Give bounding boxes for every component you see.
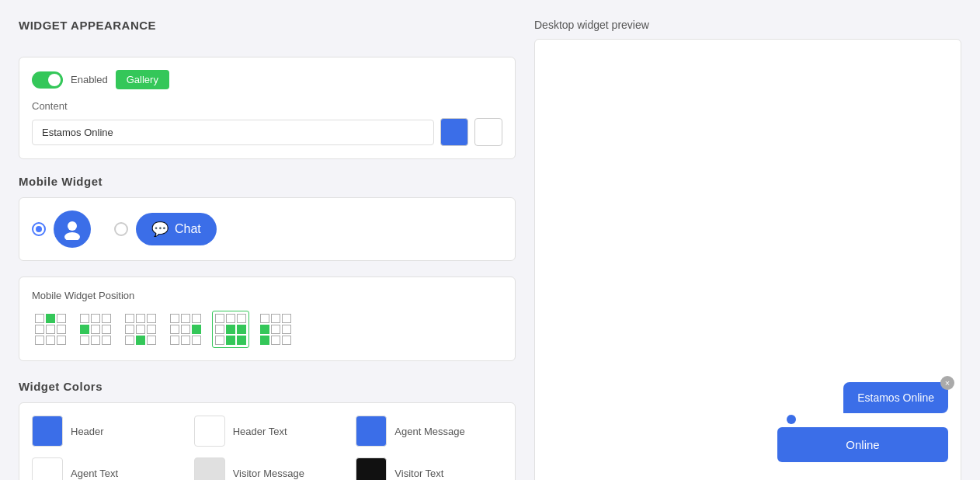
radio-circle-1 <box>32 222 46 236</box>
radio-circle-2 <box>114 222 128 236</box>
colors-grid: Header Header Text Agent Message Agent T… <box>19 402 516 480</box>
color-swatch-agent-message[interactable] <box>356 416 387 447</box>
bubble-message: Estamos Online × <box>843 382 948 413</box>
grid-option-3[interactable] <box>122 311 159 348</box>
color-item-agent-message: Agent Message <box>356 416 502 447</box>
svg-point-0 <box>68 221 77 231</box>
svg-point-1 <box>64 232 80 240</box>
grid-option-2[interactable] <box>77 311 114 348</box>
color-label-visitor-text: Visitor Text <box>394 468 443 479</box>
left-panel: WIDGET APPEARANCE Enabled Gallery Conten… <box>19 19 516 480</box>
color-swatch-agent-text[interactable] <box>32 457 63 480</box>
online-bar: Online <box>777 427 948 462</box>
content-row <box>32 118 502 146</box>
swatch-white[interactable] <box>474 118 502 146</box>
colors-section: Widget Colors Header Header Text Agent M… <box>19 380 516 480</box>
color-item-header: Header <box>32 416 179 447</box>
color-item-visitor-text: Visitor Text <box>356 457 502 480</box>
toggle-row: Enabled Gallery <box>32 70 502 89</box>
gallery-button[interactable]: Gallery <box>116 70 169 89</box>
chat-label: Chat <box>175 222 201 236</box>
preview-title: Desktop widget preview <box>534 19 961 31</box>
mobile-widget-card: 💬 Chat <box>19 197 516 261</box>
content-input[interactable] <box>32 120 434 145</box>
preview-area: Estamos Online × Online <box>534 39 961 480</box>
position-grids <box>32 311 502 348</box>
widget-preview: Estamos Online × Online <box>777 382 948 462</box>
radio-option-avatar[interactable] <box>32 210 91 248</box>
enabled-toggle[interactable] <box>32 71 63 89</box>
color-swatch-header[interactable] <box>32 416 63 447</box>
color-swatch-visitor-message[interactable] <box>194 457 225 480</box>
enabled-label: Enabled <box>71 74 108 85</box>
position-title: Mobile Widget Position <box>32 290 502 301</box>
color-item-header-text: Header Text <box>194 416 341 447</box>
mobile-widget-title: Mobile Widget <box>19 175 516 188</box>
swatch-blue[interactable] <box>440 118 468 146</box>
color-label-agent-message: Agent Message <box>394 426 464 437</box>
color-item-visitor-message: Visitor Message <box>194 457 341 480</box>
grid-option-5[interactable] <box>212 311 249 348</box>
section-title: WIDGET APPEARANCE <box>19 19 516 32</box>
grid-option-1[interactable] <box>32 311 69 348</box>
content-label: Content <box>32 100 502 112</box>
mobile-widget-section: Mobile Widget <box>19 175 516 261</box>
close-button[interactable]: × <box>940 376 954 390</box>
bubble-container: Estamos Online × <box>843 382 948 418</box>
grid-option-6[interactable] <box>257 311 294 348</box>
position-card: Mobile Widget Position <box>19 277 516 361</box>
chat-bubble-icon: 💬 <box>151 221 169 238</box>
chat-button-preview: 💬 Chat <box>136 213 217 245</box>
color-label-header: Header <box>71 426 104 437</box>
colors-title: Widget Colors <box>19 380 516 393</box>
color-swatch-visitor-text[interactable] <box>356 457 387 480</box>
banner-card: Enabled Gallery Content <box>19 57 516 159</box>
color-label-visitor-message: Visitor Message <box>233 468 304 479</box>
bubble-tail <box>787 415 796 424</box>
color-label-agent-text: Agent Text <box>71 468 118 479</box>
grid-option-4[interactable] <box>167 311 204 348</box>
color-item-agent-text: Agent Text <box>32 457 179 480</box>
color-swatch-header-text[interactable] <box>194 416 225 447</box>
color-label-header-text: Header Text <box>233 426 287 437</box>
radio-option-chat[interactable]: 💬 Chat <box>114 213 217 245</box>
right-panel: Desktop widget preview Estamos Online × … <box>534 19 961 480</box>
avatar-icon <box>54 210 91 248</box>
